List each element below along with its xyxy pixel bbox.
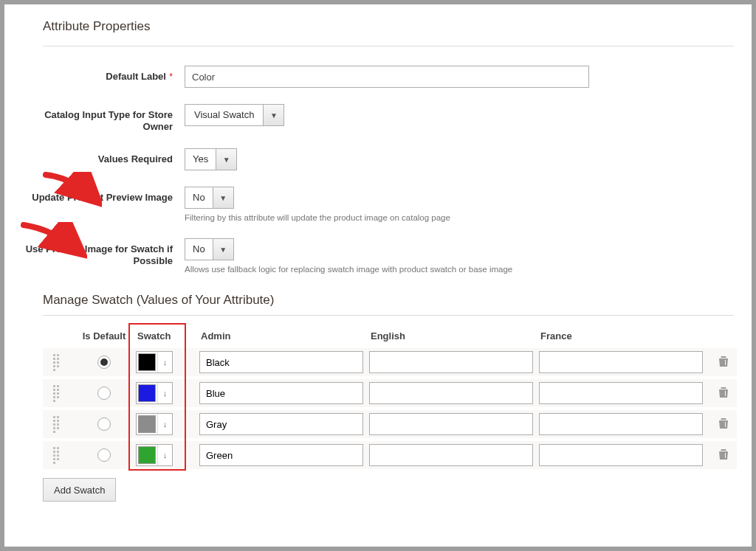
attribute-properties-panel: Attribute Properties Default Label* Cata… (0, 0, 756, 551)
catalog-input-type-select[interactable]: Visual Swatch ▼ (185, 104, 284, 126)
admin-input[interactable] (199, 413, 363, 435)
chevron-down-icon: ↓ (157, 352, 172, 372)
chevron-down-icon: ↓ (157, 383, 172, 403)
trash-icon (718, 387, 729, 398)
values-required-select[interactable]: Yes ▼ (185, 148, 237, 170)
admin-input[interactable] (199, 382, 363, 404)
table-row: ↓ (43, 348, 737, 376)
swatch-chip (138, 415, 156, 433)
delete-row-button[interactable] (709, 448, 738, 462)
english-input[interactable] (369, 382, 533, 404)
section-title-manage-swatch: Manage Swatch (Values of Your Attribute) (43, 293, 734, 308)
chevron-down-icon: ▼ (213, 187, 233, 208)
france-input[interactable] (539, 444, 703, 466)
drag-handle-icon[interactable] (43, 384, 72, 403)
swatch-chip (138, 353, 156, 371)
field-values-required: Values Required Yes ▼ (22, 148, 734, 170)
delete-row-button[interactable] (709, 417, 738, 432)
column-swatch: Swatch (136, 330, 193, 342)
english-input[interactable] (369, 351, 533, 373)
divider (43, 315, 734, 316)
field-default-label: Default Label* (22, 66, 734, 88)
drag-handle-icon[interactable] (43, 446, 72, 465)
divider (43, 46, 734, 46)
is-default-radio[interactable] (97, 417, 111, 431)
table-header-row: Is Default Swatch Admin English France (43, 323, 737, 348)
trash-icon (718, 448, 729, 460)
field-update-preview-image: Update Product Preview Image No ▼ Filter… (22, 187, 734, 222)
use-product-image-note: Allows use fallback logic for replacing … (185, 265, 512, 274)
use-product-image-label: Use Product Image for Swatch if Possible (22, 238, 185, 266)
trash-icon (718, 356, 729, 367)
update-preview-note: Filtering by this attribute will update … (185, 213, 450, 222)
field-catalog-input-type: Catalog Input Type for Store Owner Visua… (22, 104, 734, 132)
france-input[interactable] (539, 351, 703, 373)
swatch-picker[interactable]: ↓ (136, 382, 173, 404)
add-swatch-button[interactable]: Add Swatch (43, 478, 116, 502)
catalog-input-type-label: Catalog Input Type for Store Owner (22, 104, 185, 132)
swatch-chip (138, 446, 156, 464)
swatch-picker[interactable]: ↓ (136, 351, 173, 373)
delete-row-button[interactable] (709, 387, 738, 401)
chevron-down-icon: ▼ (213, 239, 233, 260)
swatch-picker[interactable]: ↓ (136, 444, 173, 466)
column-english: English (369, 330, 533, 342)
admin-input[interactable] (199, 444, 363, 466)
field-use-product-image: Use Product Image for Swatch if Possible… (22, 238, 734, 274)
france-input[interactable] (539, 382, 703, 404)
column-is-default: Is Default (78, 330, 130, 342)
trash-icon (718, 417, 729, 429)
swatch-table: Is Default Swatch Admin English France ↓… (43, 323, 737, 469)
use-product-image-select[interactable]: No ▼ (185, 238, 234, 260)
default-label-input[interactable] (185, 66, 589, 88)
table-row: ↓ (43, 441, 737, 469)
chevron-down-icon: ▼ (216, 149, 236, 170)
swatch-chip (138, 384, 156, 402)
is-default-radio[interactable] (97, 387, 111, 400)
english-input[interactable] (369, 413, 533, 435)
section-title-attribute-properties: Attribute Properties (43, 19, 734, 38)
column-admin: Admin (199, 330, 363, 342)
france-input[interactable] (539, 413, 703, 435)
drag-handle-icon[interactable] (43, 353, 72, 372)
chevron-down-icon: ▼ (263, 105, 284, 125)
chevron-down-icon: ↓ (157, 414, 172, 434)
is-default-radio[interactable] (97, 356, 111, 369)
update-preview-select[interactable]: No ▼ (185, 187, 234, 209)
drag-handle-icon[interactable] (43, 415, 72, 434)
swatch-picker[interactable]: ↓ (136, 413, 173, 435)
table-row: ↓ (43, 410, 737, 438)
admin-input[interactable] (199, 351, 363, 373)
english-input[interactable] (369, 444, 533, 466)
update-preview-label: Update Product Preview Image (22, 187, 185, 204)
required-asterisk: * (169, 71, 173, 82)
values-required-label: Values Required (22, 148, 185, 165)
delete-row-button[interactable] (709, 356, 738, 370)
default-label-label: Default Label* (22, 66, 185, 83)
is-default-radio[interactable] (97, 448, 111, 462)
table-row: ↓ (43, 379, 737, 407)
column-france: France (539, 330, 703, 342)
chevron-down-icon: ↓ (157, 445, 172, 465)
